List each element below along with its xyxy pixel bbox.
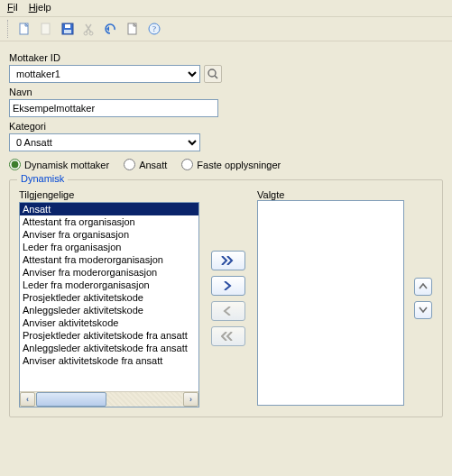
mottaker-id-combo[interactable]: mottaker1	[9, 65, 200, 83]
toolbar-grip	[7, 20, 9, 38]
radio-ansatt-label: Ansatt	[139, 160, 167, 170]
move-all-left-button[interactable]	[211, 326, 245, 346]
list-item[interactable]: Anviser fra moderorganisasjon	[20, 266, 198, 279]
kategori-combo[interactable]: 0 Ansatt	[9, 133, 200, 151]
chevron-down-icon	[419, 307, 428, 314]
radio-dynamisk[interactable]: Dynamisk mottaker	[9, 159, 109, 170]
svg-text:?: ?	[152, 24, 156, 33]
list-item[interactable]: Attestant fra moderorganisasjon	[20, 253, 198, 266]
menu-help-rest: jelp	[36, 2, 51, 13]
list-item[interactable]: Anleggsleder aktivitetskode fra ansatt	[20, 342, 198, 354]
fieldset-dynamisk: Dynamisk Tilgjengelige AnsattAttestant f…	[9, 179, 443, 417]
double-chevron-right-icon	[221, 256, 235, 265]
svg-line-11	[215, 76, 217, 78]
save-icon[interactable]	[60, 21, 76, 37]
undo-icon[interactable]	[103, 21, 119, 37]
svg-rect-1	[42, 23, 50, 34]
label-kategori: Kategori	[9, 121, 443, 132]
hscroll-right-icon[interactable]: ›	[183, 392, 198, 407]
list-item[interactable]: Leder fra organisasjon	[20, 241, 198, 253]
label-navn: Navn	[9, 87, 443, 97]
chevron-up-icon	[419, 283, 428, 290]
radio-faste-label: Faste opplysninger	[197, 160, 281, 170]
toolbar: ?	[0, 17, 452, 41]
search-button[interactable]	[204, 65, 222, 83]
menu-bar: Fil Hjelp	[0, 0, 452, 17]
radio-faste-input[interactable]	[181, 159, 193, 170]
chosen-listbox[interactable]	[257, 200, 404, 406]
fieldset-legend: Dynamisk	[17, 173, 68, 184]
radio-ansatt[interactable]: Ansatt	[124, 159, 167, 170]
reorder-buttons	[413, 189, 433, 407]
svg-point-10	[208, 69, 216, 77]
svg-rect-4	[64, 30, 71, 33]
available-hscrollbar[interactable]: ‹ ›	[20, 391, 198, 407]
move-down-button[interactable]	[414, 301, 432, 319]
list-item[interactable]: Anviser fra organisasjon	[20, 228, 198, 241]
list-item[interactable]: Ansatt	[20, 203, 198, 215]
move-buttons	[208, 189, 248, 407]
move-right-button[interactable]	[211, 276, 245, 296]
cut-icon	[81, 21, 97, 37]
chevron-left-icon	[223, 307, 234, 316]
hscroll-track[interactable]	[36, 392, 182, 407]
svg-rect-3	[65, 24, 70, 28]
list-item[interactable]: Anviser aktivitetskode	[20, 316, 198, 329]
radio-dynamisk-label: Dynamisk mottaker	[24, 160, 109, 170]
menu-file[interactable]: Fil	[7, 2, 18, 13]
list-item[interactable]: Anleggsleder aktivitetskode	[20, 304, 198, 316]
list-item[interactable]: Anviser aktivitetskode fra ansatt	[20, 354, 198, 367]
radio-faste[interactable]: Faste opplysninger	[181, 159, 281, 170]
list-item[interactable]: Prosjektleder aktivitetskode	[20, 291, 198, 304]
radio-dynamisk-input[interactable]	[9, 159, 21, 170]
navn-input[interactable]	[9, 99, 218, 117]
radio-group: Dynamisk mottaker Ansatt Faste opplysnin…	[9, 159, 443, 170]
hscroll-left-icon[interactable]: ‹	[20, 392, 35, 407]
available-label: Tilgjengelige	[19, 189, 199, 200]
page-icon[interactable]	[125, 21, 141, 37]
list-item[interactable]: Attestant fra organisasjon	[20, 215, 198, 228]
double-chevron-left-icon	[221, 332, 235, 341]
move-all-right-button[interactable]	[211, 251, 245, 270]
list-item[interactable]: Leder fra moderorganisasjon	[20, 279, 198, 291]
label-mottaker-id: Mottaker ID	[9, 52, 443, 63]
available-column: Tilgjengelige AnsattAttestant fra organi…	[19, 189, 199, 407]
form-area: Mottaker ID mottaker1 Navn Kategori 0 An…	[0, 41, 452, 426]
radio-ansatt-input[interactable]	[124, 159, 135, 170]
chosen-label: Valgte	[257, 189, 404, 200]
chevron-right-icon	[223, 281, 234, 290]
chosen-column: Valgte	[257, 189, 404, 407]
move-up-button[interactable]	[414, 278, 432, 296]
available-listbox[interactable]: AnsattAttestant fra organisasjonAnviser …	[19, 202, 199, 407]
open-icon	[38, 21, 54, 37]
list-item[interactable]: Prosjektleder aktivitetskode fra ansatt	[20, 329, 198, 342]
new-icon[interactable]	[16, 21, 32, 37]
hscroll-thumb[interactable]	[36, 392, 106, 407]
move-left-button[interactable]	[211, 301, 245, 321]
help-icon[interactable]: ?	[146, 21, 162, 37]
menu-file-rest: il	[14, 2, 18, 13]
menu-help[interactable]: Hjelp	[29, 2, 51, 13]
search-icon	[207, 68, 219, 80]
